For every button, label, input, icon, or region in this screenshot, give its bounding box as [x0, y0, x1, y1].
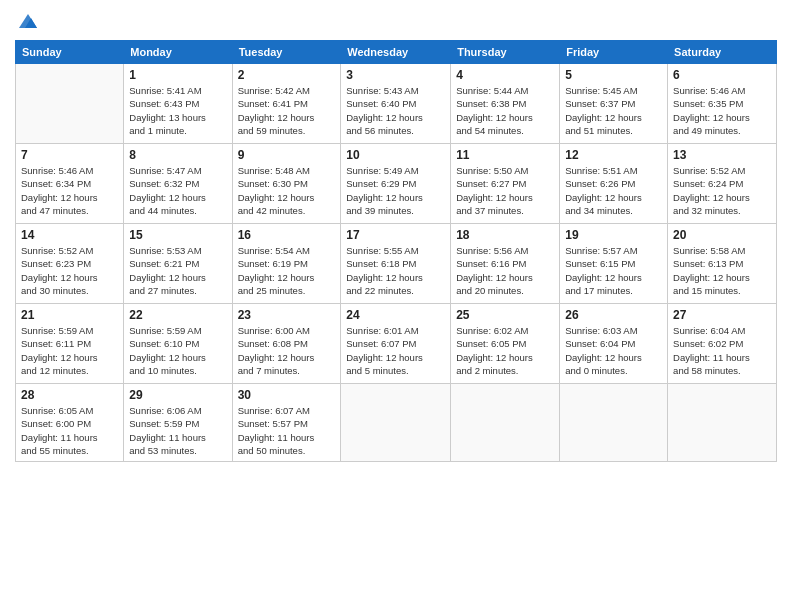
day-info: Sunrise: 5:47 AM Sunset: 6:32 PM Dayligh…	[129, 164, 226, 217]
calendar-cell: 24Sunrise: 6:01 AM Sunset: 6:07 PM Dayli…	[341, 304, 451, 384]
calendar-cell: 13Sunrise: 5:52 AM Sunset: 6:24 PM Dayli…	[668, 144, 777, 224]
calendar-table: SundayMondayTuesdayWednesdayThursdayFrid…	[15, 40, 777, 462]
day-info: Sunrise: 5:46 AM Sunset: 6:35 PM Dayligh…	[673, 84, 771, 137]
calendar-cell: 11Sunrise: 5:50 AM Sunset: 6:27 PM Dayli…	[451, 144, 560, 224]
day-info: Sunrise: 5:57 AM Sunset: 6:15 PM Dayligh…	[565, 244, 662, 297]
calendar-cell: 27Sunrise: 6:04 AM Sunset: 6:02 PM Dayli…	[668, 304, 777, 384]
weekday-header-sunday: Sunday	[16, 41, 124, 64]
weekday-header-monday: Monday	[124, 41, 232, 64]
day-number: 20	[673, 228, 771, 242]
weekday-header-saturday: Saturday	[668, 41, 777, 64]
day-number: 16	[238, 228, 336, 242]
calendar-cell: 14Sunrise: 5:52 AM Sunset: 6:23 PM Dayli…	[16, 224, 124, 304]
calendar-cell	[560, 384, 668, 462]
calendar-cell: 4Sunrise: 5:44 AM Sunset: 6:38 PM Daylig…	[451, 64, 560, 144]
day-number: 27	[673, 308, 771, 322]
calendar-cell: 1Sunrise: 5:41 AM Sunset: 6:43 PM Daylig…	[124, 64, 232, 144]
calendar-cell: 10Sunrise: 5:49 AM Sunset: 6:29 PM Dayli…	[341, 144, 451, 224]
day-info: Sunrise: 5:54 AM Sunset: 6:19 PM Dayligh…	[238, 244, 336, 297]
week-row-4: 21Sunrise: 5:59 AM Sunset: 6:11 PM Dayli…	[16, 304, 777, 384]
day-number: 28	[21, 388, 118, 402]
day-info: Sunrise: 6:01 AM Sunset: 6:07 PM Dayligh…	[346, 324, 445, 377]
calendar-cell: 8Sunrise: 5:47 AM Sunset: 6:32 PM Daylig…	[124, 144, 232, 224]
calendar-cell	[16, 64, 124, 144]
week-row-2: 7Sunrise: 5:46 AM Sunset: 6:34 PM Daylig…	[16, 144, 777, 224]
day-number: 21	[21, 308, 118, 322]
calendar-cell: 20Sunrise: 5:58 AM Sunset: 6:13 PM Dayli…	[668, 224, 777, 304]
day-info: Sunrise: 6:02 AM Sunset: 6:05 PM Dayligh…	[456, 324, 554, 377]
calendar-cell	[341, 384, 451, 462]
day-info: Sunrise: 5:59 AM Sunset: 6:10 PM Dayligh…	[129, 324, 226, 377]
weekday-header-tuesday: Tuesday	[232, 41, 341, 64]
calendar-cell: 21Sunrise: 5:59 AM Sunset: 6:11 PM Dayli…	[16, 304, 124, 384]
calendar-cell: 12Sunrise: 5:51 AM Sunset: 6:26 PM Dayli…	[560, 144, 668, 224]
calendar-cell: 16Sunrise: 5:54 AM Sunset: 6:19 PM Dayli…	[232, 224, 341, 304]
day-number: 3	[346, 68, 445, 82]
calendar-cell: 29Sunrise: 6:06 AM Sunset: 5:59 PM Dayli…	[124, 384, 232, 462]
day-info: Sunrise: 6:04 AM Sunset: 6:02 PM Dayligh…	[673, 324, 771, 377]
day-info: Sunrise: 5:56 AM Sunset: 6:16 PM Dayligh…	[456, 244, 554, 297]
day-info: Sunrise: 5:49 AM Sunset: 6:29 PM Dayligh…	[346, 164, 445, 217]
day-number: 25	[456, 308, 554, 322]
day-info: Sunrise: 5:48 AM Sunset: 6:30 PM Dayligh…	[238, 164, 336, 217]
header	[15, 10, 777, 32]
day-number: 5	[565, 68, 662, 82]
day-number: 18	[456, 228, 554, 242]
day-number: 6	[673, 68, 771, 82]
day-number: 12	[565, 148, 662, 162]
calendar-cell: 3Sunrise: 5:43 AM Sunset: 6:40 PM Daylig…	[341, 64, 451, 144]
day-number: 23	[238, 308, 336, 322]
day-info: Sunrise: 5:59 AM Sunset: 6:11 PM Dayligh…	[21, 324, 118, 377]
day-info: Sunrise: 6:07 AM Sunset: 5:57 PM Dayligh…	[238, 404, 336, 457]
day-number: 17	[346, 228, 445, 242]
day-number: 19	[565, 228, 662, 242]
calendar-cell	[451, 384, 560, 462]
calendar-cell: 30Sunrise: 6:07 AM Sunset: 5:57 PM Dayli…	[232, 384, 341, 462]
day-number: 2	[238, 68, 336, 82]
week-row-3: 14Sunrise: 5:52 AM Sunset: 6:23 PM Dayli…	[16, 224, 777, 304]
calendar-cell: 25Sunrise: 6:02 AM Sunset: 6:05 PM Dayli…	[451, 304, 560, 384]
day-info: Sunrise: 5:55 AM Sunset: 6:18 PM Dayligh…	[346, 244, 445, 297]
day-number: 30	[238, 388, 336, 402]
logo-icon	[17, 10, 39, 32]
day-number: 15	[129, 228, 226, 242]
day-number: 10	[346, 148, 445, 162]
day-info: Sunrise: 6:03 AM Sunset: 6:04 PM Dayligh…	[565, 324, 662, 377]
week-row-5: 28Sunrise: 6:05 AM Sunset: 6:00 PM Dayli…	[16, 384, 777, 462]
weekday-header-row: SundayMondayTuesdayWednesdayThursdayFrid…	[16, 41, 777, 64]
week-row-1: 1Sunrise: 5:41 AM Sunset: 6:43 PM Daylig…	[16, 64, 777, 144]
day-number: 4	[456, 68, 554, 82]
calendar-cell: 17Sunrise: 5:55 AM Sunset: 6:18 PM Dayli…	[341, 224, 451, 304]
day-info: Sunrise: 6:05 AM Sunset: 6:00 PM Dayligh…	[21, 404, 118, 457]
logo	[15, 10, 39, 32]
calendar-cell: 26Sunrise: 6:03 AM Sunset: 6:04 PM Dayli…	[560, 304, 668, 384]
calendar-cell: 9Sunrise: 5:48 AM Sunset: 6:30 PM Daylig…	[232, 144, 341, 224]
day-info: Sunrise: 5:53 AM Sunset: 6:21 PM Dayligh…	[129, 244, 226, 297]
weekday-header-friday: Friday	[560, 41, 668, 64]
day-number: 13	[673, 148, 771, 162]
day-info: Sunrise: 5:51 AM Sunset: 6:26 PM Dayligh…	[565, 164, 662, 217]
day-number: 29	[129, 388, 226, 402]
calendar-cell: 7Sunrise: 5:46 AM Sunset: 6:34 PM Daylig…	[16, 144, 124, 224]
day-info: Sunrise: 5:46 AM Sunset: 6:34 PM Dayligh…	[21, 164, 118, 217]
day-info: Sunrise: 6:00 AM Sunset: 6:08 PM Dayligh…	[238, 324, 336, 377]
calendar-cell: 28Sunrise: 6:05 AM Sunset: 6:00 PM Dayli…	[16, 384, 124, 462]
day-info: Sunrise: 5:52 AM Sunset: 6:24 PM Dayligh…	[673, 164, 771, 217]
day-info: Sunrise: 5:58 AM Sunset: 6:13 PM Dayligh…	[673, 244, 771, 297]
day-number: 22	[129, 308, 226, 322]
day-number: 9	[238, 148, 336, 162]
calendar-cell: 19Sunrise: 5:57 AM Sunset: 6:15 PM Dayli…	[560, 224, 668, 304]
weekday-header-wednesday: Wednesday	[341, 41, 451, 64]
day-number: 11	[456, 148, 554, 162]
day-info: Sunrise: 5:44 AM Sunset: 6:38 PM Dayligh…	[456, 84, 554, 137]
calendar-cell: 6Sunrise: 5:46 AM Sunset: 6:35 PM Daylig…	[668, 64, 777, 144]
day-info: Sunrise: 5:50 AM Sunset: 6:27 PM Dayligh…	[456, 164, 554, 217]
day-info: Sunrise: 5:43 AM Sunset: 6:40 PM Dayligh…	[346, 84, 445, 137]
day-number: 24	[346, 308, 445, 322]
calendar-cell: 5Sunrise: 5:45 AM Sunset: 6:37 PM Daylig…	[560, 64, 668, 144]
weekday-header-thursday: Thursday	[451, 41, 560, 64]
calendar-cell: 23Sunrise: 6:00 AM Sunset: 6:08 PM Dayli…	[232, 304, 341, 384]
day-info: Sunrise: 5:45 AM Sunset: 6:37 PM Dayligh…	[565, 84, 662, 137]
page: SundayMondayTuesdayWednesdayThursdayFrid…	[0, 0, 792, 612]
calendar-cell: 18Sunrise: 5:56 AM Sunset: 6:16 PM Dayli…	[451, 224, 560, 304]
